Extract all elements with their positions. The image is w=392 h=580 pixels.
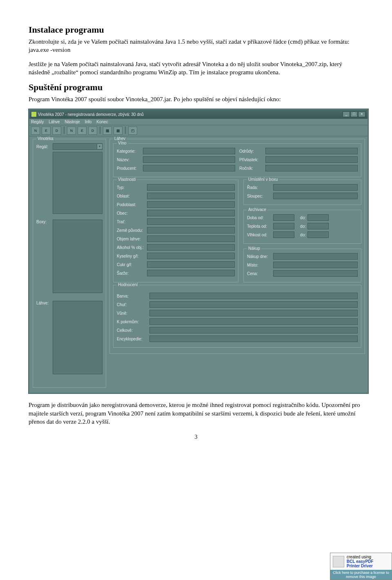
privlastek-label: Přívlastek: bbox=[239, 158, 264, 162]
cena-field[interactable] bbox=[273, 270, 358, 277]
toolbar-btn-e1[interactable]: E bbox=[42, 127, 51, 135]
kategorie-label: Kategorie: bbox=[117, 149, 141, 153]
toolbar-divider-1 bbox=[64, 127, 65, 134]
sloupec-label: Sloupec: bbox=[247, 194, 272, 198]
minimize-button[interactable]: _ bbox=[343, 111, 350, 117]
teplota-do-label: do: bbox=[296, 224, 306, 229]
sloupec-field[interactable] bbox=[273, 193, 358, 199]
typ-label: Typ: bbox=[117, 185, 145, 190]
teplota-od-field[interactable] bbox=[273, 223, 294, 229]
after-para: Program je distribuován jako neregistrov… bbox=[29, 401, 363, 426]
typ-field[interactable] bbox=[147, 184, 235, 191]
oblast-field[interactable] bbox=[147, 193, 235, 199]
vlastnosti-panel-title: Vlastnosti bbox=[117, 177, 137, 182]
barva-field[interactable] bbox=[149, 293, 358, 299]
alkohol-label: Alkohol % obj.: bbox=[117, 245, 145, 250]
toolbar-btn-n1[interactable]: N bbox=[31, 127, 40, 135]
chut-label: Chuť: bbox=[117, 302, 148, 307]
sarze-label: Šarže: bbox=[117, 271, 145, 276]
podoblast-field[interactable] bbox=[147, 201, 235, 208]
zeme-field[interactable] bbox=[147, 227, 235, 233]
zeme-label: Země původu: bbox=[117, 228, 145, 233]
install-heading: Instalace programu bbox=[29, 24, 363, 35]
rada-field[interactable] bbox=[273, 184, 358, 191]
kpokrmum-field[interactable] bbox=[149, 318, 358, 325]
celkove-label: Celkově: bbox=[117, 328, 148, 333]
vinoteka-panel-title: Vinotéka bbox=[36, 136, 55, 141]
alkohol-field[interactable] bbox=[147, 244, 235, 251]
oblast-label: Oblast: bbox=[117, 194, 145, 198]
close-button[interactable]: × bbox=[358, 111, 365, 117]
nakup-panel: Nákup Nákup dne: Místo: Cena: bbox=[243, 249, 361, 282]
ad-line3: Printer Driver bbox=[347, 564, 373, 568]
toolbar-btn-d1[interactable]: D bbox=[52, 127, 61, 135]
rada-label: Řada: bbox=[247, 185, 272, 190]
boxy-listbox[interactable] bbox=[53, 220, 102, 293]
sarze-field[interactable] bbox=[147, 270, 235, 276]
toolbar: N E D N E D ▦ ▦ ◰ bbox=[29, 125, 368, 136]
regal-combo[interactable]: ▾ bbox=[53, 143, 102, 150]
ad-line2: BCL easyPDF bbox=[347, 559, 373, 564]
install-para-1: Zkontrolujte si, zda je ve Vašem počítač… bbox=[29, 38, 363, 54]
regal-listbox[interactable] bbox=[53, 152, 102, 214]
menu-lahve[interactable]: Láhve bbox=[49, 120, 60, 124]
menu-info[interactable]: Info bbox=[85, 120, 92, 124]
launch-heading: Spuštění programu bbox=[29, 82, 363, 93]
cukr-field[interactable] bbox=[147, 261, 235, 268]
kategorie-field[interactable] bbox=[143, 148, 235, 154]
vlhkost-do-label: do: bbox=[296, 233, 306, 237]
encyklopedie-label: Encyklopedie: bbox=[117, 337, 148, 341]
maximize-button[interactable]: □ bbox=[350, 111, 358, 117]
odrudy-label: Odrůdy: bbox=[239, 149, 264, 153]
chut-field[interactable] bbox=[149, 301, 358, 308]
app-icon bbox=[31, 112, 36, 117]
menu-nastroje[interactable]: Nástroje bbox=[65, 120, 80, 124]
toolbar-btn-n2[interactable]: N bbox=[67, 127, 76, 135]
toolbar-btn-grid2[interactable]: ▦ bbox=[114, 127, 122, 135]
misto-field[interactable] bbox=[273, 262, 358, 268]
objem-field[interactable] bbox=[147, 236, 235, 242]
obec-label: Obec: bbox=[117, 211, 145, 216]
producent-label: Producent: bbox=[117, 166, 141, 171]
kyseliny-field[interactable] bbox=[147, 253, 235, 259]
nakup-dne-field[interactable] bbox=[273, 253, 358, 260]
toolbar-btn-exit[interactable]: ◰ bbox=[128, 127, 137, 135]
printer-icon bbox=[333, 556, 344, 567]
trat-field[interactable] bbox=[147, 218, 235, 225]
vune-field[interactable] bbox=[149, 310, 358, 316]
doba-do-field[interactable] bbox=[307, 214, 329, 221]
archivace-panel-title: Archivace bbox=[247, 207, 267, 212]
menu-regaly[interactable]: Regály bbox=[31, 120, 44, 124]
regal-label: Regál: bbox=[36, 144, 51, 149]
titlebar: Vinotéka 2007 - neregistrovaná demoverze… bbox=[29, 110, 368, 119]
misto-label: Místo: bbox=[247, 263, 272, 267]
vino-panel-title: Víno bbox=[117, 141, 128, 145]
teplota-do-field[interactable] bbox=[307, 223, 329, 229]
toolbar-divider-3 bbox=[125, 127, 126, 134]
menubar: Regály Láhve Nástroje Info Konec bbox=[29, 119, 368, 125]
nakup-dne-label: Nákup dne: bbox=[247, 254, 272, 259]
umisteni-panel: Umístění v boxu Řada: Sloupec: bbox=[243, 180, 361, 205]
doba-od-field[interactable] bbox=[273, 214, 294, 221]
lahve-listbox[interactable] bbox=[53, 301, 102, 374]
toolbar-btn-d2[interactable]: D bbox=[88, 127, 97, 135]
barva-label: Barva: bbox=[117, 294, 148, 298]
ad-bar[interactable]: Click here to purchase a license to remo… bbox=[330, 570, 392, 580]
vlhkost-od-field[interactable] bbox=[273, 231, 294, 238]
odrudy-field[interactable] bbox=[265, 148, 358, 154]
vlhkost-do-field[interactable] bbox=[307, 231, 329, 238]
encyklopedie-field[interactable] bbox=[149, 336, 358, 342]
privlastek-field[interactable] bbox=[265, 156, 358, 163]
nazev-field[interactable] bbox=[143, 156, 235, 163]
celkove-field[interactable] bbox=[149, 327, 358, 333]
rocnik-field[interactable] bbox=[265, 165, 358, 171]
producent-field[interactable] bbox=[143, 165, 235, 171]
toolbar-btn-e2[interactable]: E bbox=[78, 127, 87, 135]
menu-konec[interactable]: Konec bbox=[96, 120, 108, 124]
page-number: 3 bbox=[29, 434, 363, 440]
lahve-label: Láhve: bbox=[36, 301, 51, 305]
toolbar-btn-grid1[interactable]: ▦ bbox=[103, 127, 112, 135]
obec-field[interactable] bbox=[147, 210, 235, 216]
chevron-down-icon: ▾ bbox=[97, 144, 102, 149]
teplota-od-label: Teplota od: bbox=[247, 224, 272, 229]
